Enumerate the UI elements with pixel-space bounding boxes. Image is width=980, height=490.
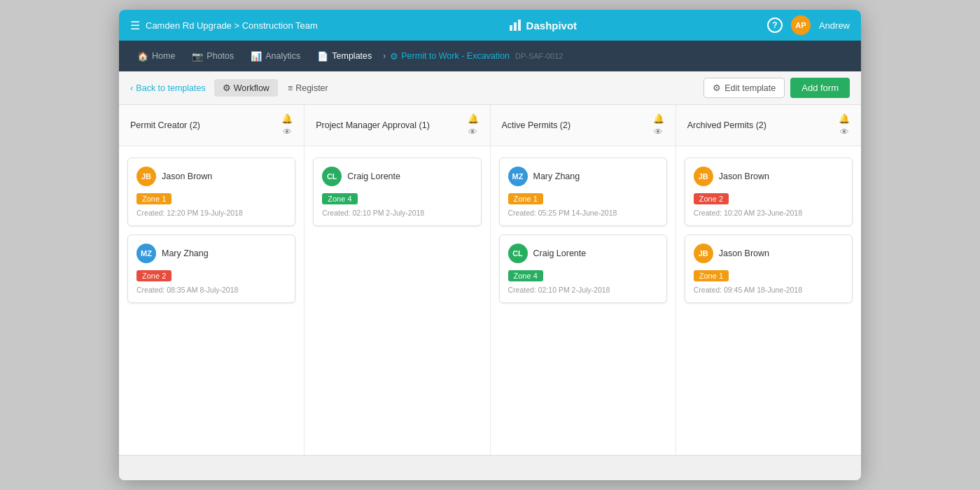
column-title-active-permits: Active Permits (2): [502, 120, 571, 130]
avatar: CL: [508, 244, 528, 263]
column-body-pm-approval: CLCraig LorenteZone 4Created: 02:10 PM 2…: [304, 146, 489, 237]
kanban-card[interactable]: JBJason BrownZone 2Created: 10:20 AM 23-…: [685, 158, 853, 226]
kanban-card[interactable]: JBJason BrownZone 1Created: 09:45 AM 18-…: [685, 234, 853, 303]
card-badge: Zone 2: [694, 193, 729, 204]
card-user-name: Jason Brown: [719, 172, 769, 181]
card-date: Created: 12:20 PM 19-July-2018: [136, 209, 286, 217]
kanban-card[interactable]: CLCraig LorenteZone 4Created: 02:10 PM 2…: [499, 234, 667, 303]
logo-icon: [508, 18, 522, 32]
column-title-archived-permits: Archived Permits (2): [687, 120, 766, 130]
card-date: Created: 02:10 PM 2-July-2018: [508, 286, 658, 294]
permit-icon: ⚙: [390, 51, 398, 62]
secondary-nav: 🏠 Home 📷 Photos 📊 Analytics 📄 Templates …: [119, 41, 861, 71]
column-title-pm-approval: Project Manager Approval (1): [316, 120, 430, 130]
kanban-card[interactable]: MZMary ZhangZone 1Created: 05:25 PM 14-J…: [499, 158, 667, 226]
column-body-permit-creator: JBJason BrownZone 1Created: 12:20 PM 19-…: [119, 146, 304, 314]
kanban-column-archived-permits: Archived Permits (2)🔔👁JBJason BrownZone …: [676, 105, 861, 455]
project-path: Camden Rd Upgrade > Construction Team: [146, 20, 318, 31]
toolbar-left: ‹ Back to templates ⚙ Workflow ≡ Registe…: [130, 79, 337, 97]
app-logo: Dashpivot: [508, 18, 578, 32]
card-badge: Zone 4: [322, 193, 357, 204]
card-badge: Zone 4: [508, 270, 543, 281]
bell-icon[interactable]: 🔔: [653, 113, 664, 124]
column-title-permit-creator: Permit Creator (2): [130, 120, 200, 130]
card-user-name: Jason Brown: [162, 172, 212, 181]
card-badge: Zone 1: [694, 270, 729, 281]
kanban-board: Permit Creator (2)🔔👁JBJason BrownZone 1C…: [119, 105, 861, 455]
breadcrumb-item[interactable]: ⚙ Permit to Work - Excavation: [390, 51, 510, 62]
gear-icon: ⚙: [713, 83, 721, 93]
card-date: Created: 08:35 AM 8-July-2018: [136, 286, 286, 294]
card-date: Created: 09:45 AM 18-June-2018: [694, 286, 844, 294]
photos-icon: 📷: [192, 51, 203, 62]
user-name: Andrew: [819, 20, 850, 31]
help-button[interactable]: ?: [767, 18, 783, 33]
svg-rect-0: [510, 25, 512, 31]
eye-icon[interactable]: 👁: [840, 127, 849, 137]
bell-icon[interactable]: 🔔: [839, 113, 850, 124]
toolbar-tabs: ⚙ Workflow ≡ Register: [214, 79, 337, 97]
card-date: Created: 02:10 PM 2-July-2018: [322, 209, 472, 217]
kanban-card[interactable]: JBJason BrownZone 1Created: 12:20 PM 19-…: [127, 158, 295, 226]
card-user-name: Jason Brown: [719, 248, 769, 258]
avatar: JB: [694, 244, 713, 263]
bottom-bar: [119, 455, 861, 480]
avatar: JB: [136, 167, 156, 186]
card-user-name: Craig Lorente: [347, 172, 400, 181]
eye-icon[interactable]: 👁: [654, 127, 663, 137]
back-arrow-icon: ‹: [130, 83, 133, 93]
toolbar: ‹ Back to templates ⚙ Workflow ≡ Registe…: [119, 71, 861, 105]
add-form-button[interactable]: Add form: [790, 78, 850, 98]
bell-icon[interactable]: 🔔: [468, 113, 479, 124]
top-bar-right: ? AP Andrew: [767, 15, 850, 35]
kanban-column-permit-creator: Permit Creator (2)🔔👁JBJason BrownZone 1C…: [119, 105, 304, 455]
card-user-name: Mary Zhang: [162, 248, 209, 258]
card-badge: Zone 2: [136, 270, 172, 281]
card-badge: Zone 1: [136, 193, 172, 204]
kanban-card[interactable]: MZMary ZhangZone 2Created: 08:35 AM 8-Ju…: [127, 234, 295, 303]
column-body-active-permits: MZMary ZhangZone 1Created: 05:25 PM 14-J…: [491, 146, 676, 314]
kanban-card[interactable]: CLCraig LorenteZone 4Created: 02:10 PM 2…: [313, 158, 481, 226]
app-name: Dashpivot: [526, 20, 578, 31]
templates-icon: 📄: [317, 51, 328, 62]
column-header-archived-permits: Archived Permits (2)🔔👁: [676, 105, 861, 146]
nav-home[interactable]: 🏠 Home: [130, 47, 182, 66]
card-date: Created: 05:25 PM 14-June-2018: [508, 209, 658, 217]
tab-workflow[interactable]: ⚙ Workflow: [214, 79, 278, 97]
breadcrumb-separator: ›: [383, 51, 386, 61]
eye-icon[interactable]: 👁: [283, 127, 292, 137]
toolbar-right: ⚙ Edit template Add form: [704, 78, 850, 98]
column-header-pm-approval: Project Manager Approval (1)🔔👁: [304, 105, 489, 146]
top-bar-left: ☰ Camden Rd Upgrade > Construction Team: [130, 19, 318, 32]
column-header-active-permits: Active Permits (2)🔔👁: [491, 105, 676, 146]
tab-register[interactable]: ≡ Register: [279, 80, 337, 97]
card-date: Created: 10:20 AM 23-June-2018: [694, 209, 844, 217]
avatar: MZ: [508, 167, 528, 186]
back-to-templates[interactable]: ‹ Back to templates: [130, 83, 206, 93]
card-user-name: Mary Zhang: [533, 172, 580, 181]
analytics-icon: 📊: [251, 51, 262, 62]
card-user-name: Craig Lorente: [533, 248, 587, 258]
svg-rect-2: [518, 20, 521, 31]
kanban-column-active-permits: Active Permits (2)🔔👁MZMary ZhangZone 1Cr…: [491, 105, 676, 455]
column-body-archived-permits: JBJason BrownZone 2Created: 10:20 AM 23-…: [676, 146, 861, 314]
doc-id: DP-SAF-0012: [515, 52, 563, 60]
column-header-permit-creator: Permit Creator (2)🔔👁: [119, 105, 304, 146]
home-icon: 🏠: [137, 51, 148, 62]
nav-analytics[interactable]: 📊 Analytics: [244, 47, 307, 66]
user-avatar: AP: [791, 15, 811, 35]
kanban-column-pm-approval: Project Manager Approval (1)🔔👁CLCraig Lo…: [304, 105, 490, 455]
workflow-icon: ⚙: [223, 83, 231, 93]
svg-rect-1: [514, 22, 517, 31]
nav-photos[interactable]: 📷 Photos: [185, 47, 241, 66]
eye-icon[interactable]: 👁: [468, 127, 477, 137]
avatar: MZ: [136, 244, 156, 263]
avatar: JB: [694, 167, 713, 186]
hamburger-icon[interactable]: ☰: [130, 19, 140, 32]
register-icon: ≡: [288, 83, 293, 93]
bell-icon[interactable]: 🔔: [281, 113, 293, 124]
top-bar: ☰ Camden Rd Upgrade > Construction Team …: [119, 10, 861, 41]
nav-templates[interactable]: 📄 Templates: [310, 47, 379, 66]
avatar: CL: [322, 167, 342, 186]
edit-template-button[interactable]: ⚙ Edit template: [704, 78, 785, 98]
